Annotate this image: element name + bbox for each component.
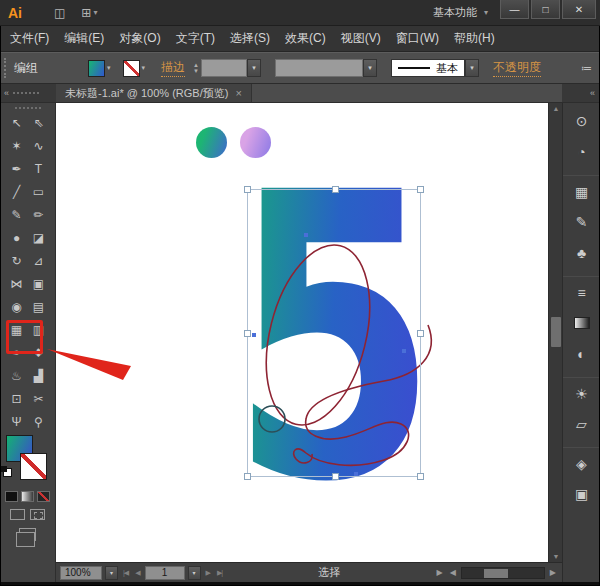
zoom-level-input[interactable]: 100%: [60, 566, 102, 580]
arrange-documents-icon[interactable]: ⊞: [81, 6, 91, 20]
workspace-switcher[interactable]: 基本功能 ▾: [433, 5, 488, 20]
first-artboard-button[interactable]: |◀: [121, 569, 130, 577]
brush-dropdown-icon[interactable]: ▾: [465, 59, 479, 77]
brushes-panel-icon[interactable]: ✎: [563, 206, 600, 237]
layers-panel-icon[interactable]: ◈: [563, 447, 600, 478]
gradient-mode-button[interactable]: [21, 491, 34, 502]
fill-color-swatch[interactable]: [88, 60, 105, 77]
menu-object[interactable]: 对象(O): [119, 30, 160, 47]
canvas[interactable]: 5: [56, 103, 548, 562]
transparency-panel-icon[interactable]: ◐: [563, 338, 600, 369]
free-transform-tool[interactable]: ▣: [28, 272, 50, 295]
artboard-tool[interactable]: ⊡: [6, 387, 28, 410]
prev-artboard-button[interactable]: ◀: [133, 569, 141, 577]
menu-edit[interactable]: 编辑(E): [64, 30, 104, 47]
scale-tool[interactable]: ⊿: [28, 249, 50, 272]
number-five[interactable]: 5: [230, 109, 438, 562]
toolbar-collapse-icon[interactable]: «: [4, 88, 9, 98]
pencil-tool[interactable]: ✏: [28, 203, 50, 226]
symbol-sprayer-tool[interactable]: ♨: [6, 364, 28, 387]
hand-tool[interactable]: Ψ: [6, 410, 28, 433]
color-mode-button[interactable]: [5, 491, 18, 502]
panel-collapse-icon[interactable]: «: [590, 88, 595, 98]
line-segment-tool[interactable]: ╱: [6, 180, 28, 203]
variable-width-profile-select[interactable]: [275, 59, 363, 77]
close-button[interactable]: ✕: [562, 0, 596, 19]
zoom-dropdown-icon[interactable]: ▾: [105, 566, 118, 580]
minimize-button[interactable]: —: [500, 0, 529, 19]
menu-view[interactable]: 视图(V): [341, 30, 381, 47]
perspective-grid-tool[interactable]: ▤: [28, 295, 50, 318]
artboards-panel-icon[interactable]: ▣: [563, 478, 600, 509]
menu-window[interactable]: 窗口(W): [396, 30, 439, 47]
scroll-up-icon[interactable]: ▲: [549, 105, 563, 112]
stroke-weight-stepper[interactable]: ▲ ▼: [193, 62, 199, 74]
tools-panel-grip[interactable]: [15, 107, 41, 109]
stepper-down-icon[interactable]: ▼: [193, 68, 199, 74]
control-panel-menu-icon[interactable]: ≔: [581, 62, 592, 75]
graphic-styles-panel-icon[interactable]: ▱: [563, 408, 600, 439]
swatches-panel-icon[interactable]: ▦: [563, 175, 600, 206]
maximize-button[interactable]: □: [531, 0, 560, 19]
horizontal-scroll-thumb[interactable]: [484, 569, 508, 578]
shape-builder-tool[interactable]: ◉: [6, 295, 28, 318]
tab-close-icon[interactable]: ×: [235, 87, 241, 99]
none-mode-button[interactable]: [37, 491, 50, 502]
rectangle-tool[interactable]: ▭: [28, 180, 50, 203]
blob-brush-tool[interactable]: ●: [6, 226, 28, 249]
menu-file[interactable]: 文件(F): [10, 30, 49, 47]
stroke-weight-input[interactable]: [201, 59, 247, 77]
variable-width-dropdown-icon[interactable]: ▾: [363, 59, 377, 77]
status-pane-button[interactable]: ▶: [435, 568, 445, 577]
symbols-panel-icon[interactable]: ♣: [563, 237, 600, 268]
width-tool[interactable]: ⋈: [6, 272, 28, 295]
selection-tool[interactable]: ↖: [6, 111, 28, 134]
menu-help[interactable]: 帮助(H): [454, 30, 495, 47]
vertical-scroll-thumb[interactable]: [551, 317, 561, 347]
stroke-weight-dropdown-icon[interactable]: ▾: [247, 59, 261, 77]
menu-type[interactable]: 文字(T): [176, 30, 215, 47]
opacity-panel-link[interactable]: 不透明度: [493, 59, 541, 77]
paintbrush-tool[interactable]: ✎: [6, 203, 28, 226]
last-artboard-button[interactable]: ▶|: [215, 569, 224, 577]
stroke-dropdown-icon[interactable]: ▾: [140, 62, 148, 74]
stroke-panel-icon[interactable]: ≡: [563, 276, 600, 307]
fill-dropdown-icon[interactable]: ▾: [105, 62, 113, 74]
artboard-number-input[interactable]: 1: [145, 566, 185, 580]
lasso-tool[interactable]: ∿: [28, 134, 50, 157]
draw-inside-button[interactable]: [30, 509, 45, 520]
eyedropper-tool[interactable]: ✑: [6, 341, 28, 364]
document-tab[interactable]: 未标题-1.ai* @ 100% (RGB/预览) ×: [56, 84, 252, 102]
hscroll-left-icon[interactable]: ◀: [448, 568, 458, 577]
hscroll-right-icon[interactable]: ▶: [548, 568, 558, 577]
rotate-tool[interactable]: ↻: [6, 249, 28, 272]
direct-selection-tool[interactable]: ⇖: [28, 111, 50, 134]
mesh-tool[interactable]: ▦: [6, 318, 28, 341]
screen-mode-button[interactable]: [19, 528, 36, 541]
stroke-color-swatch[interactable]: [123, 60, 140, 77]
horizontal-scrollbar[interactable]: [461, 567, 545, 579]
color-panel-icon[interactable]: ⊙: [563, 105, 600, 136]
column-graph-tool[interactable]: ▟: [28, 364, 50, 387]
control-bar-grip[interactable]: [4, 58, 9, 78]
stroke-swatch[interactable]: [20, 453, 47, 480]
type-tool[interactable]: T: [28, 157, 50, 180]
next-artboard-button[interactable]: ▶: [204, 569, 212, 577]
stroke-panel-link[interactable]: 描边: [161, 59, 185, 77]
appearance-panel-icon[interactable]: ☀: [563, 377, 600, 408]
zoom-tool[interactable]: ⚲: [28, 410, 50, 433]
scroll-down-icon[interactable]: ▼: [549, 553, 563, 560]
eraser-tool[interactable]: ◪: [28, 226, 50, 249]
gradient-panel-icon[interactable]: ■: [563, 307, 600, 338]
vertical-scrollbar[interactable]: ▲ ▼: [548, 103, 562, 562]
gradient-tool[interactable]: ▥: [28, 318, 50, 341]
bridge-icon[interactable]: ◫: [54, 6, 65, 20]
color-guide-panel-icon[interactable]: ◔: [563, 136, 600, 167]
menu-select[interactable]: 选择(S): [230, 30, 270, 47]
draw-normal-button[interactable]: [10, 509, 25, 520]
magic-wand-tool[interactable]: ✶: [6, 134, 28, 157]
arrange-documents-arrow-icon[interactable]: ▾: [93, 8, 97, 17]
toolbar-dock-grip[interactable]: [13, 92, 39, 94]
brush-definition-select[interactable]: 基本: [391, 59, 465, 77]
blend-tool[interactable]: ❖: [28, 341, 50, 364]
